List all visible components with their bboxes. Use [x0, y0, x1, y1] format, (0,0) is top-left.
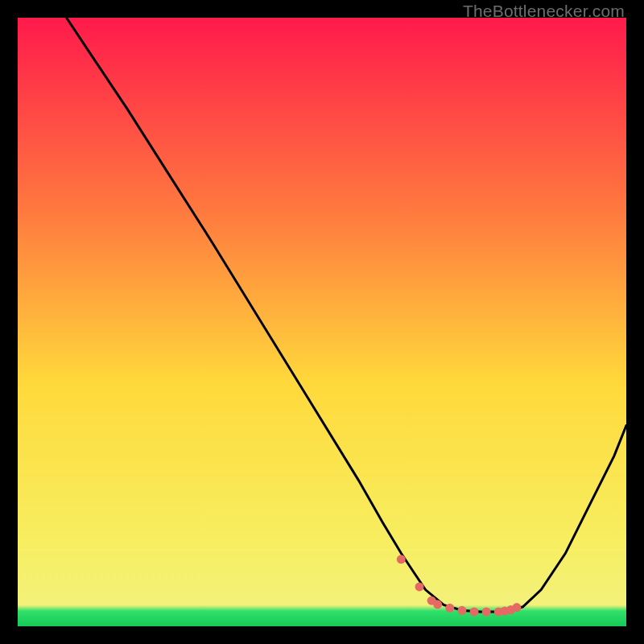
marker-point: [415, 582, 424, 591]
marker-point: [512, 603, 521, 612]
marker-point: [457, 606, 466, 615]
marker-point: [445, 604, 454, 613]
marker-point: [397, 555, 406, 564]
marker-point: [470, 607, 479, 616]
chart-background: [18, 18, 626, 626]
chart-frame: [18, 18, 626, 626]
marker-point: [482, 607, 491, 616]
chart-svg: [18, 18, 626, 626]
marker-point: [433, 600, 442, 609]
watermark-text: TheBottlenecker.com: [463, 2, 625, 21]
